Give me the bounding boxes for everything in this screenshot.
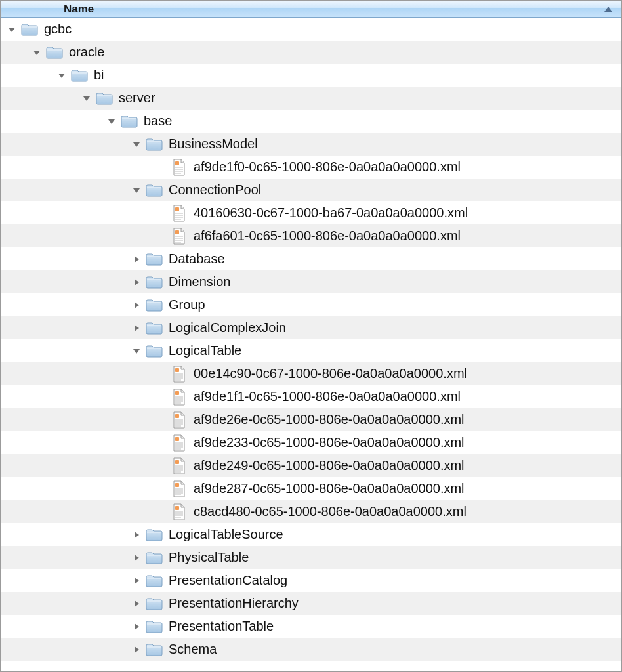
tree-rows: gcbc oracle bi <box>1 18 621 671</box>
disclosure-expanded-icon[interactable] <box>7 25 16 34</box>
folder-icon <box>95 91 114 106</box>
indent-spacer <box>7 649 132 650</box>
indent-spacer <box>7 327 132 328</box>
xml-file-icon <box>170 459 188 473</box>
tree-row[interactable]: af9de1f1-0c65-1000-806e-0a0a0a0a0000.xml <box>1 385 621 408</box>
disclosure-collapsed-icon[interactable] <box>132 599 141 608</box>
tree-row-label: gcbc <box>44 22 72 37</box>
disclosure-expanded-icon[interactable] <box>57 71 66 80</box>
tree-row[interactable]: LogicalTableSource <box>1 523 621 546</box>
tree-row[interactable]: 00e14c90-0c67-1000-806e-0a0a0a0a0000.xml <box>1 362 621 385</box>
indent-spacer <box>7 534 132 535</box>
tree-row[interactable]: af9de249-0c65-1000-806e-0a0a0a0a0000.xml <box>1 454 621 477</box>
folder-icon <box>120 114 138 129</box>
tree-row[interactable]: LogicalTable <box>1 339 621 362</box>
tree-row[interactable]: PresentationHierarchy <box>1 592 621 615</box>
tree-row[interactable]: Database <box>1 247 621 270</box>
folder-icon <box>145 620 163 634</box>
folder-icon <box>145 551 163 565</box>
tree-row-label: af9de233-0c65-1000-806e-0a0a0a0a0000.xml <box>194 435 465 450</box>
tree-row[interactable]: PresentationTable <box>1 615 621 638</box>
indent-spacer <box>7 626 132 627</box>
tree-row[interactable]: Dimension <box>1 270 621 293</box>
indent-spacer <box>7 304 132 305</box>
tree-row[interactable]: Schema <box>1 638 621 661</box>
column-header[interactable]: Name <box>1 1 621 18</box>
tree-row-label: af9de287-0c65-1000-806e-0a0a0a0a0000.xml <box>194 481 465 496</box>
tree-row[interactable]: 40160630-0c67-1000-ba67-0a0a0a0a0000.xml <box>1 201 621 224</box>
xml-file-icon <box>170 390 188 404</box>
tree-row-label: bi <box>94 68 104 83</box>
tree-row[interactable]: ConnectionPool <box>1 178 621 201</box>
svg-marker-23 <box>135 279 139 285</box>
svg-marker-5 <box>133 142 140 147</box>
indent-spacer <box>7 442 157 443</box>
disclosure-expanded-icon[interactable] <box>82 94 91 103</box>
svg-marker-24 <box>135 302 139 308</box>
tree-row[interactable]: af9de26e-0c65-1000-806e-0a0a0a0a0000.xml <box>1 408 621 431</box>
folder-icon <box>145 574 163 588</box>
xml-file-icon <box>170 436 188 450</box>
tree-row[interactable]: LogicalComplexJoin <box>1 316 621 339</box>
svg-marker-62 <box>135 532 139 538</box>
tree-row[interactable]: af9de233-0c65-1000-806e-0a0a0a0a0000.xml <box>1 431 621 454</box>
svg-rect-12 <box>175 207 179 211</box>
xml-file-icon <box>170 482 188 496</box>
tree-row[interactable]: Group <box>1 293 621 316</box>
tree-row[interactable]: c8acd480-0c65-1000-806e-0a0a0a0a0000.xml <box>1 500 621 523</box>
disclosure-collapsed-icon[interactable] <box>132 324 141 333</box>
folder-icon <box>145 528 163 542</box>
disclosure-collapsed-icon[interactable] <box>132 301 141 310</box>
indent-spacer <box>7 213 157 213</box>
tree-row[interactable]: gcbc <box>1 18 621 41</box>
disclosure-expanded-icon[interactable] <box>132 140 141 149</box>
tree-row-label: PresentationCatalog <box>169 573 287 588</box>
tree-row-label: PresentationTable <box>169 619 274 634</box>
folder-icon <box>145 597 163 611</box>
svg-rect-32 <box>175 391 179 395</box>
svg-marker-25 <box>135 325 139 331</box>
indent-spacer <box>7 75 57 75</box>
tree-row[interactable]: server <box>1 87 621 110</box>
svg-marker-22 <box>135 256 139 262</box>
tree-row-label: af9de26e-0c65-1000-806e-0a0a0a0a0000.xml <box>194 412 465 427</box>
indent-spacer <box>7 167 157 167</box>
indent-spacer <box>7 488 157 489</box>
indent-spacer <box>7 603 132 604</box>
tree-row[interactable]: bi <box>1 64 621 87</box>
tree-row-label: LogicalTable <box>169 343 241 358</box>
indent-spacer <box>7 190 132 190</box>
tree-row-label: 00e14c90-0c67-1000-806e-0a0a0a0a0000.xml <box>194 366 467 381</box>
disclosure-expanded-icon[interactable] <box>32 48 41 57</box>
disclosure-expanded-icon[interactable] <box>107 117 116 126</box>
tree-row[interactable]: af9de1f0-0c65-1000-806e-0a0a0a0a0000.xml <box>1 156 621 178</box>
svg-marker-4 <box>108 119 115 124</box>
tree-row[interactable]: af9de287-0c65-1000-806e-0a0a0a0a0000.xml <box>1 477 621 500</box>
tree-row-label: af9de1f0-0c65-1000-806e-0a0a0a0a0000.xml <box>194 159 461 175</box>
tree-row[interactable]: PresentationCatalog <box>1 569 621 592</box>
xml-file-icon <box>170 229 188 243</box>
disclosure-collapsed-icon[interactable] <box>132 255 141 264</box>
disclosure-collapsed-icon[interactable] <box>132 645 141 654</box>
tree-row[interactable]: af6fa601-0c65-1000-806e-0a0a0a0a0000.xml <box>1 224 621 247</box>
tree-row[interactable]: oracle <box>1 41 621 64</box>
disclosure-expanded-icon[interactable] <box>132 346 141 356</box>
tree-row[interactable]: base <box>1 110 621 133</box>
tree-row-label: BusinessModel <box>169 136 258 152</box>
disclosure-collapsed-icon[interactable] <box>132 553 141 562</box>
folder-icon <box>145 321 163 335</box>
folder-icon <box>20 22 39 37</box>
indent-spacer <box>7 98 82 98</box>
tree-row[interactable]: PhysicalTable <box>1 546 621 569</box>
disclosure-collapsed-icon[interactable] <box>132 622 141 631</box>
disclosure-collapsed-icon[interactable] <box>132 576 141 585</box>
xml-file-icon <box>170 206 188 220</box>
disclosure-expanded-icon[interactable] <box>132 186 141 195</box>
disclosure-collapsed-icon[interactable] <box>132 530 141 539</box>
tree-row[interactable]: BusinessModel <box>1 133 621 156</box>
tree-row-label: c8acd480-0c65-1000-806e-0a0a0a0a0000.xml <box>194 504 466 519</box>
tree-row-label: oracle <box>69 45 104 60</box>
indent-spacer <box>7 419 157 420</box>
indent-spacer <box>7 259 132 259</box>
disclosure-collapsed-icon[interactable] <box>132 278 141 287</box>
